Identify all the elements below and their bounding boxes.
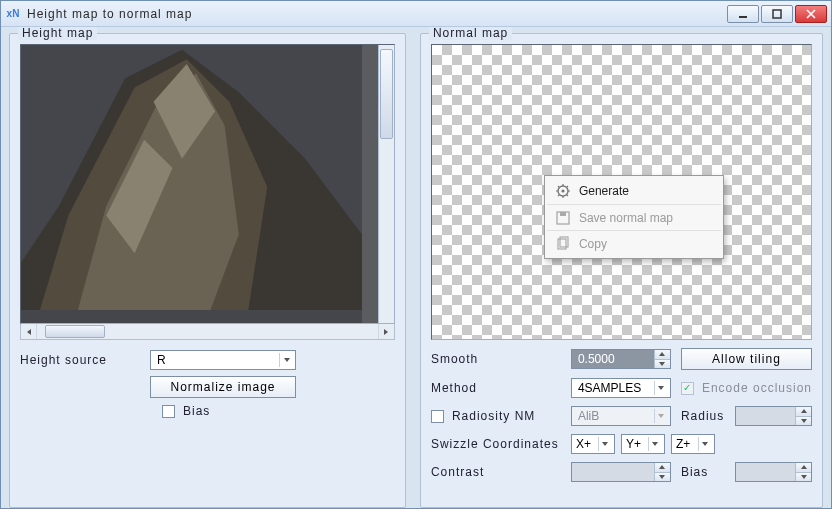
svg-rect-1 <box>773 10 781 18</box>
swizzle-x-value: X+ <box>576 437 598 451</box>
smooth-value: 0.5000 <box>572 350 654 368</box>
menu-generate[interactable]: Generate <box>547 178 721 204</box>
contrast-value <box>572 463 654 481</box>
swizzle-z-select[interactable]: Z+ <box>671 434 715 454</box>
normal-map-title: Normal map <box>429 27 512 40</box>
chevron-down-icon <box>654 409 668 423</box>
bias-label: Bias <box>183 404 210 418</box>
save-icon <box>555 210 571 226</box>
spinner-down-icon[interactable] <box>655 360 670 369</box>
radius-spinner[interactable] <box>735 406 812 426</box>
normal-map-preview[interactable]: Generate Save normal map C <box>431 44 812 340</box>
swizzle-z-value: Z+ <box>676 437 698 451</box>
menu-copy-label: Copy <box>579 237 607 251</box>
smooth-label: Smooth <box>431 352 561 366</box>
spinner-down-icon[interactable] <box>796 417 811 426</box>
allow-tiling-button[interactable]: Allow tiling <box>681 348 812 370</box>
menu-save-normal-map[interactable]: Save normal map <box>547 204 721 230</box>
app-icon: xN <box>5 6 21 22</box>
bias2-label: Bias <box>681 465 727 479</box>
menu-generate-label: Generate <box>579 184 629 198</box>
svg-rect-0 <box>739 16 747 18</box>
copy-icon <box>555 236 571 252</box>
contrast-label: Contrast <box>431 465 561 479</box>
svg-point-8 <box>561 189 564 192</box>
height-source-value: R <box>157 353 279 367</box>
height-map-panel: Height map <box>9 33 406 508</box>
radius-label: Radius <box>681 409 727 423</box>
rock-image <box>21 45 362 310</box>
bias2-value <box>736 463 795 481</box>
swizzle-label: Swizzle Coordinates <box>431 437 561 451</box>
maximize-button[interactable] <box>761 5 793 23</box>
swizzle-x-select[interactable]: X+ <box>571 434 615 454</box>
chevron-down-icon <box>654 381 668 395</box>
close-button[interactable] <box>795 5 827 23</box>
spinner-down-icon[interactable] <box>655 473 670 482</box>
chevron-down-icon <box>279 353 293 367</box>
scroll-right-icon[interactable] <box>378 324 394 339</box>
radiosity-preset-value: AliB <box>578 409 654 423</box>
height-source-select[interactable]: R <box>150 350 296 370</box>
swizzle-y-value: Y+ <box>626 437 648 451</box>
radiosity-label: Radiosity NM <box>452 409 535 423</box>
context-menu: Generate Save normal map C <box>544 175 724 259</box>
horizontal-scrollbar[interactable] <box>20 324 395 340</box>
scroll-left-icon[interactable] <box>21 324 37 339</box>
swizzle-y-select[interactable]: Y+ <box>621 434 665 454</box>
chevron-down-icon <box>698 437 712 451</box>
minimize-button[interactable] <box>727 5 759 23</box>
window-title: Height map to normal map <box>27 7 727 21</box>
radiosity-checkbox[interactable] <box>431 410 444 423</box>
chevron-down-icon <box>648 437 662 451</box>
menu-copy[interactable]: Copy <box>547 230 721 256</box>
spinner-up-icon[interactable] <box>796 407 811 417</box>
menu-save-label: Save normal map <box>579 211 673 225</box>
method-label: Method <box>431 381 561 395</box>
contrast-spinner[interactable] <box>571 462 671 482</box>
method-select[interactable]: 4SAMPLES <box>571 378 671 398</box>
bias-checkbox[interactable] <box>162 405 175 418</box>
method-value: 4SAMPLES <box>578 381 654 395</box>
bias2-spinner[interactable] <box>735 462 812 482</box>
height-source-label: Height source <box>20 353 142 367</box>
radiosity-preset-select[interactable]: AliB <box>571 406 671 426</box>
height-map-title: Height map <box>18 27 97 40</box>
svg-rect-10 <box>560 212 566 216</box>
spinner-up-icon[interactable] <box>655 350 670 360</box>
encode-occlusion-checkbox[interactable] <box>681 382 694 395</box>
smooth-spinner[interactable]: 0.5000 <box>571 349 671 369</box>
vertical-scrollbar[interactable] <box>378 45 394 323</box>
normal-map-panel: Normal map Generate <box>420 33 823 508</box>
chevron-down-icon <box>598 437 612 451</box>
height-map-preview[interactable] <box>20 44 395 324</box>
spinner-up-icon[interactable] <box>655 463 670 473</box>
app-window: xN Height map to normal map Height map <box>0 0 832 509</box>
radius-value <box>736 407 795 425</box>
height-map-preview-wrap <box>20 44 395 340</box>
content-area: Height map <box>1 27 831 508</box>
gear-icon <box>555 183 571 199</box>
normalize-image-button[interactable]: Normalize image <box>150 376 296 398</box>
spinner-up-icon[interactable] <box>796 463 811 473</box>
spinner-down-icon[interactable] <box>796 473 811 482</box>
titlebar[interactable]: xN Height map to normal map <box>1 1 831 27</box>
encode-occlusion-label: Encode occlusion <box>702 381 812 395</box>
